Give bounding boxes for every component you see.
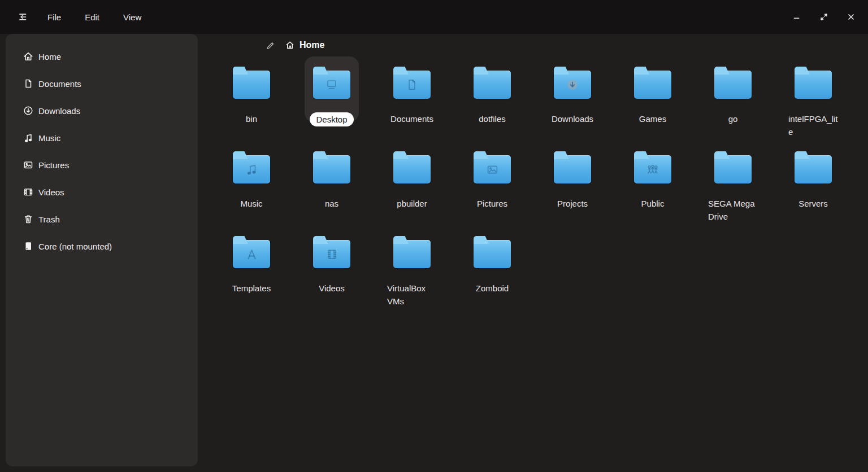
folder-icon xyxy=(233,155,270,183)
file-label: pbuilder xyxy=(397,197,427,210)
file-label-wrap: Videos xyxy=(292,282,372,295)
desktop-emblem-icon xyxy=(313,71,350,99)
sidebar-item-label: Core (not mounted) xyxy=(38,242,112,251)
file-label-wrap: Zomboid xyxy=(452,282,532,295)
file-label-wrap: intelFPGA_lite xyxy=(773,112,853,138)
minimize-icon[interactable] xyxy=(791,11,802,23)
folder-icon xyxy=(554,71,591,99)
file-icon-area xyxy=(474,67,511,104)
music-emblem-icon xyxy=(233,155,270,183)
picture-emblem-icon xyxy=(474,155,511,183)
file-label: Documents xyxy=(390,112,433,125)
file-label-wrap: bin xyxy=(211,112,292,125)
file-videos[interactable]: Videos xyxy=(292,226,372,311)
path-bar: Home xyxy=(198,34,868,56)
file-icon-area xyxy=(554,151,591,189)
file-icon-area xyxy=(393,67,431,104)
file-label-wrap: pbuilder xyxy=(372,197,452,210)
file-icon-area xyxy=(714,67,752,104)
sidebar-toggle-icon[interactable] xyxy=(16,10,29,24)
sidebar-item-videos[interactable]: Videos xyxy=(6,178,192,206)
file-games[interactable]: Games xyxy=(613,56,693,141)
file-label-wrap: dotfiles xyxy=(452,112,532,125)
sidebar-item-label: Downloads xyxy=(38,106,80,116)
file-label: VirtualBox VMs xyxy=(387,282,437,308)
file-label-wrap: Documents xyxy=(372,112,452,125)
file-nas[interactable]: nas xyxy=(292,141,372,226)
file-label: Servers xyxy=(798,197,828,210)
file-label: Desktop xyxy=(310,112,353,126)
sidebar-item-label: Home xyxy=(38,52,61,62)
sidebar-item-pictures[interactable]: Pictures xyxy=(6,151,192,178)
music-icon xyxy=(23,132,34,143)
public-emblem-icon xyxy=(634,155,671,183)
file-label: go xyxy=(728,112,738,125)
folder-icon xyxy=(393,155,431,183)
file-icon-area xyxy=(474,236,511,273)
home-icon xyxy=(23,51,34,62)
sidebar-item-home[interactable]: Home xyxy=(6,43,192,70)
sidebar-item-label: Pictures xyxy=(38,160,69,170)
sidebar-item-label: Documents xyxy=(38,79,81,89)
file-label-wrap: Desktop xyxy=(292,112,372,126)
document-icon xyxy=(23,78,34,89)
sidebar-item-documents[interactable]: Documents xyxy=(6,70,192,97)
folder-icon xyxy=(714,71,752,99)
window-controls xyxy=(791,11,857,23)
menu-bar: File Edit View xyxy=(46,10,142,24)
file-icon-area xyxy=(393,151,431,189)
file-label: bin xyxy=(246,112,257,125)
sidebar-item-core-not-mounted[interactable]: Core (not mounted) xyxy=(6,233,192,260)
trash-icon xyxy=(23,213,34,225)
folder-icon xyxy=(313,71,350,99)
file-pbuilder[interactable]: pbuilder xyxy=(372,141,452,226)
close-icon[interactable] xyxy=(845,11,857,23)
file-projects[interactable]: Projects xyxy=(532,141,613,226)
file-dotfiles[interactable]: dotfiles xyxy=(452,56,532,141)
folder-icon xyxy=(795,155,832,183)
file-zomboid[interactable]: Zomboid xyxy=(452,226,532,311)
main-pane: Home binDesktopDocumentsdotfilesDownload… xyxy=(198,34,868,472)
file-go[interactable]: go xyxy=(693,56,773,141)
menu-file[interactable]: File xyxy=(46,10,62,24)
file-icon-area xyxy=(795,151,832,189)
file-templates[interactable]: Templates xyxy=(211,226,292,311)
sidebar-item-downloads[interactable]: Downloads xyxy=(6,97,192,124)
home-icon xyxy=(285,40,295,50)
template-emblem-icon xyxy=(233,240,270,268)
menu-view[interactable]: View xyxy=(122,10,142,24)
folder-icon xyxy=(474,240,511,268)
file-music[interactable]: Music xyxy=(211,141,292,226)
file-label-wrap: Projects xyxy=(532,197,613,210)
menu-edit[interactable]: Edit xyxy=(84,10,101,24)
file-label: Downloads xyxy=(552,112,593,125)
drive-icon xyxy=(23,241,34,252)
file-servers[interactable]: Servers xyxy=(773,141,853,226)
file-icon-area xyxy=(474,151,511,189)
file-public[interactable]: Public xyxy=(613,141,693,226)
folder-icon xyxy=(474,155,511,183)
breadcrumb-home[interactable]: Home xyxy=(285,40,324,50)
sidebar-item-music[interactable]: Music xyxy=(6,124,192,151)
file-icon-area xyxy=(634,67,671,104)
file-intelfpga-lite[interactable]: intelFPGA_lite xyxy=(773,56,853,141)
file-pictures[interactable]: Pictures xyxy=(452,141,532,226)
file-label: Music xyxy=(240,197,262,210)
file-icon-area xyxy=(233,236,270,273)
sidebar-item-trash[interactable]: Trash xyxy=(6,206,192,233)
file-documents[interactable]: Documents xyxy=(372,56,452,141)
file-bin[interactable]: bin xyxy=(211,56,292,141)
file-label: Projects xyxy=(557,197,588,210)
video-emblem-icon xyxy=(313,240,350,268)
file-sega-mega-drive[interactable]: SEGA Mega Drive xyxy=(693,141,773,226)
file-label-wrap: VirtualBox VMs xyxy=(372,282,452,308)
file-virtualbox-vms[interactable]: VirtualBox VMs xyxy=(372,226,452,311)
file-icon-area xyxy=(233,67,270,104)
maximize-icon[interactable] xyxy=(818,11,830,23)
folder-icon xyxy=(393,240,431,268)
file-desktop[interactable]: Desktop xyxy=(292,56,372,141)
window-content: HomeDocumentsDownloadsMusicPicturesVideo… xyxy=(0,34,868,472)
file-label-wrap: Games xyxy=(613,112,693,125)
file-downloads[interactable]: Downloads xyxy=(532,56,613,141)
edit-path-icon[interactable] xyxy=(264,40,276,51)
